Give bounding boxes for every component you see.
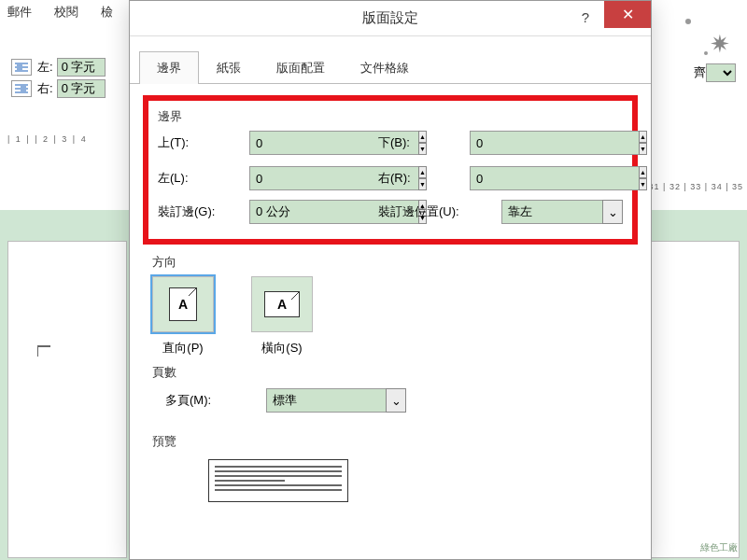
align-fragment: 齊 bbox=[694, 63, 736, 82]
multipage-label: 多頁(M): bbox=[165, 392, 253, 409]
right-up[interactable]: ▲ bbox=[639, 166, 647, 178]
bottom-label: 下(B): bbox=[378, 134, 462, 151]
tab-grid[interactable]: 文件格線 bbox=[343, 51, 427, 84]
top-spinner[interactable]: ▲▼ bbox=[249, 131, 371, 155]
close-button[interactable]: ✕ bbox=[604, 1, 651, 28]
document-page-right bbox=[648, 241, 740, 558]
multipage-combo[interactable]: 標準 ⌄ bbox=[266, 388, 406, 413]
dialog-titlebar: 版面設定 ? ✕ bbox=[130, 1, 651, 36]
preview-line bbox=[215, 480, 285, 482]
landscape-label: 橫向(S) bbox=[261, 340, 302, 357]
margins-section-label: 邊界 bbox=[158, 108, 623, 125]
chevron-down-icon[interactable]: ⌄ bbox=[386, 388, 406, 413]
multipage-value: 標準 bbox=[266, 388, 386, 413]
right-spinner[interactable]: ▲▼ bbox=[470, 166, 591, 190]
orientation-landscape[interactable]: A bbox=[251, 276, 313, 332]
indent-right-input[interactable] bbox=[57, 79, 106, 98]
landscape-icon: A bbox=[264, 291, 300, 317]
top-label: 上(T): bbox=[158, 134, 242, 151]
right-down[interactable]: ▼ bbox=[639, 178, 647, 190]
bottom-up[interactable]: ▲ bbox=[639, 131, 647, 143]
watermark: 綠色工廠 bbox=[700, 541, 738, 554]
text-cursor-base bbox=[37, 345, 50, 347]
bottom-down[interactable]: ▼ bbox=[639, 143, 647, 155]
gutter-label: 裝訂邊(G): bbox=[158, 203, 242, 220]
menu-mail[interactable]: 郵件 bbox=[7, 4, 32, 21]
orientation-section-label: 方向 bbox=[152, 254, 628, 271]
decorative-dot bbox=[685, 19, 691, 24]
dialog-body: 邊界 上(T): ▲▼ 下(B): ▲▼ 左(L): ▲▼ bbox=[130, 84, 651, 511]
gutter-pos-combo[interactable]: 靠左 ⌄ bbox=[501, 200, 623, 224]
left-label: 左(L): bbox=[158, 170, 242, 187]
preview-line bbox=[215, 470, 342, 472]
right-label: 右(R): bbox=[378, 170, 462, 187]
menu-view[interactable]: 檢 bbox=[101, 4, 113, 21]
portrait-label: 直向(P) bbox=[162, 340, 203, 357]
tab-margins[interactable]: 邊界 bbox=[139, 51, 199, 84]
preview-line bbox=[215, 466, 342, 468]
document-page-left bbox=[7, 241, 127, 558]
bottom-input[interactable] bbox=[470, 131, 639, 155]
preview-line bbox=[215, 475, 342, 477]
decorative-icon: ✷ bbox=[710, 30, 730, 59]
help-button[interactable]: ? bbox=[582, 9, 589, 25]
preview-thumbnail bbox=[208, 459, 348, 502]
page-setup-dialog: 版面設定 ? ✕ 邊界 紙張 版面配置 文件格線 邊界 上(T): ▲▼ 下(B… bbox=[129, 0, 652, 560]
indent-left-input[interactable] bbox=[57, 58, 106, 77]
decorative-dot bbox=[704, 51, 708, 55]
dialog-title: 版面設定 bbox=[362, 9, 418, 27]
menu-review[interactable]: 校閱 bbox=[54, 4, 78, 21]
portrait-icon: A bbox=[169, 287, 197, 321]
left-spinner[interactable]: ▲▼ bbox=[249, 166, 371, 190]
highlight-annotation: 邊界 上(T): ▲▼ 下(B): ▲▼ 左(L): ▲▼ bbox=[143, 95, 638, 245]
right-input[interactable] bbox=[470, 166, 639, 190]
pages-section-label: 頁數 bbox=[152, 364, 628, 381]
chevron-down-icon[interactable]: ⌄ bbox=[602, 200, 623, 224]
gutter-spinner[interactable]: ▲▼ bbox=[249, 200, 371, 224]
orientation-portrait[interactable]: A bbox=[152, 276, 214, 332]
align-label: 齊 bbox=[694, 64, 706, 81]
tab-layout[interactable]: 版面配置 bbox=[259, 51, 343, 84]
preview-section-label: 預覽 bbox=[152, 433, 628, 450]
tab-paper[interactable]: 紙張 bbox=[199, 51, 259, 84]
bottom-spinner[interactable]: ▲▼ bbox=[470, 131, 591, 155]
gutter-pos-label: 裝訂邊位置(U): bbox=[378, 203, 494, 220]
gutter-pos-value: 靠左 bbox=[501, 200, 602, 224]
dialog-tabs: 邊界 紙張 版面配置 文件格線 bbox=[130, 36, 651, 84]
preview-line bbox=[215, 484, 342, 486]
preview-line bbox=[215, 489, 342, 491]
indent-right-label: 右: bbox=[37, 80, 53, 97]
indent-left-icon bbox=[11, 59, 32, 76]
align-dropdown[interactable] bbox=[706, 63, 736, 82]
indent-left-label: 左: bbox=[37, 59, 53, 76]
indent-right-icon bbox=[11, 80, 32, 97]
